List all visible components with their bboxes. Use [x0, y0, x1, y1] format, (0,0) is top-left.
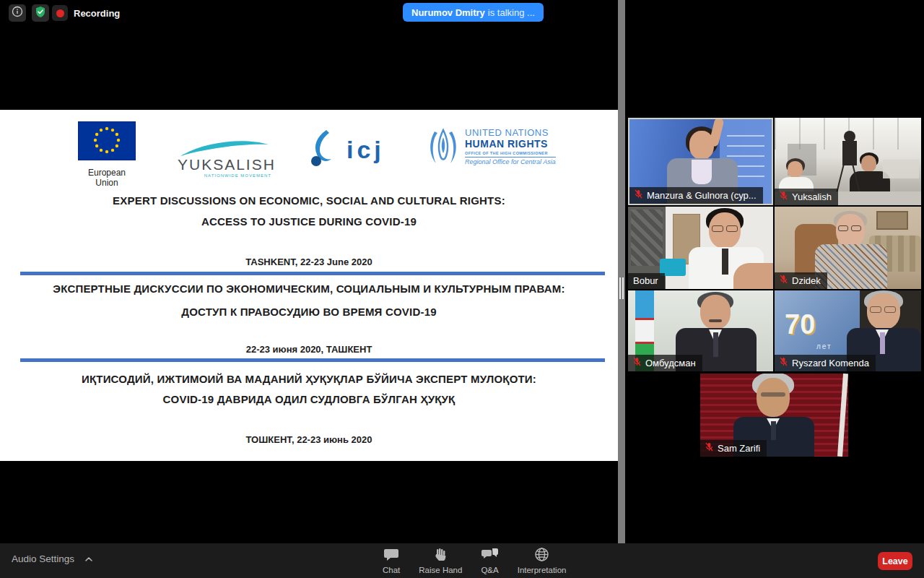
- leave-button[interactable]: Leave: [878, 552, 912, 570]
- horizontal-rule-1: [20, 272, 605, 275]
- arm-toward-camera: [733, 263, 773, 289]
- encryption-shield-icon: [35, 6, 46, 21]
- video-tile-sam-zarifi[interactable]: Sam Zarifi: [700, 374, 848, 457]
- tie: [771, 421, 776, 440]
- logos-row: European Union YUKSALISH NATIONWIDE MOVE…: [0, 120, 618, 192]
- wall-picture: [876, 211, 908, 230]
- video-tile-manzura-gulnora[interactable]: Manzura & Gulnora (сур...: [628, 118, 773, 205]
- mustache: [709, 319, 722, 322]
- muted-mic-icon: [635, 189, 642, 201]
- interpretation-button[interactable]: Interpretation: [512, 545, 572, 576]
- chat-label: Chat: [383, 566, 400, 574]
- divider-grip-icon: [622, 277, 624, 299]
- banner-board: [883, 160, 919, 178]
- shared-screen-document: European Union YUKSALISH NATIONWIDE MOVE…: [0, 110, 618, 461]
- tie: [880, 332, 885, 354]
- participant-name-tag: Sam Zarifi: [700, 440, 767, 457]
- chevron-up-icon: [84, 553, 93, 564]
- recording-label: Recording: [74, 8, 120, 19]
- tie: [722, 249, 728, 275]
- glasses: [712, 225, 723, 232]
- muted-mic-icon: [705, 442, 713, 454]
- muted-mic-icon: [780, 275, 788, 286]
- window-frame: [837, 374, 848, 457]
- raise-hand-button[interactable]: Raise Hand: [413, 545, 468, 576]
- qa-icon: [481, 548, 499, 564]
- date-ru: 22-23 июня 2020, ТАШКЕНТ: [0, 344, 618, 355]
- meeting-info-button[interactable]: [9, 4, 26, 22]
- security-shield-button[interactable]: [32, 4, 49, 22]
- title-en-line1: EXPERT DISCUSSIONS ON ECONOMIC, SOCIAL A…: [0, 194, 618, 207]
- participant-name-tag: Dzidek: [775, 272, 827, 289]
- raise-hand-icon: [433, 548, 448, 564]
- un-human-rights-logo: UNITED NATIONS HUMAN RIGHTS OFFICE OF TH…: [427, 127, 556, 172]
- participant-name-tag: Yuksalish: [775, 189, 838, 205]
- eu-logo-caption: European Union: [78, 168, 136, 188]
- poster-70-text: 70: [785, 309, 815, 340]
- muted-mic-icon: [633, 357, 641, 368]
- interpretation-globe-icon: [534, 547, 549, 564]
- participant-name-tag: Manzura & Gulnora (сур...: [629, 187, 763, 204]
- title-ru-line1: ЭКСПЕРТНЫЕ ДИСКУССИИ ПО ЭКОНОМИЧЕСКИМ, С…: [0, 282, 618, 295]
- video-tile-yuksalish[interactable]: Yuksalish: [775, 118, 921, 205]
- icj-flame-icon: [309, 129, 339, 171]
- participant-name-tag: Ryszard Komenda: [775, 355, 876, 371]
- un-line3: OFFICE OF THE HIGH COMMISSIONER: [465, 151, 556, 155]
- eu-flag-icon: [78, 150, 136, 163]
- brows: [761, 392, 785, 397]
- un-line2: HUMAN RIGHTS: [465, 138, 556, 150]
- horizontal-rule-2: [20, 358, 605, 362]
- recording-pause-chip[interactable]: [52, 5, 68, 21]
- muted-mic-icon: [780, 357, 788, 368]
- qa-button[interactable]: Q&A: [475, 545, 504, 576]
- qa-label: Q&A: [481, 566, 498, 574]
- blouse: [692, 160, 712, 184]
- title-uz-line1: ИҚТИСОДИЙ, ИЖТИМОИЙ ВА МАДАНИЙ ҲУҚУҚЛАР …: [0, 373, 618, 385]
- un-emblem-icon: [427, 127, 459, 172]
- eu-logo: European Union: [78, 121, 136, 188]
- chat-icon: [383, 548, 399, 564]
- yuksalish-title: YUKSALISH: [178, 156, 271, 173]
- video-tile-bobur[interactable]: Bobur: [628, 207, 773, 289]
- acoustic-wall: [631, 210, 663, 266]
- un-line4: Regional Office for Central Asia: [465, 157, 556, 165]
- yuksalish-subtitle: NATIONWIDE MOVEMENT: [178, 173, 271, 178]
- date-uz: ТОШКЕНТ, 22-23 июнь 2020: [0, 434, 618, 445]
- muted-mic-icon: [780, 191, 788, 202]
- icj-logo: icj: [309, 129, 385, 171]
- divider-grip-icon: [619, 277, 621, 299]
- interpretation-label: Interpretation: [518, 566, 567, 574]
- panel-resize-divider[interactable]: [618, 0, 625, 543]
- yuksalish-logo: YUKSALISH NATIONWIDE MOVEMENT: [178, 139, 271, 178]
- active-speaker-name: Nurumov Dmitry: [411, 7, 485, 18]
- recording-indicator: Recording: [52, 4, 120, 22]
- poster-let-text: лет: [816, 342, 832, 350]
- active-speaker-suffix: is talking ...: [488, 7, 535, 18]
- meeting-toolbar: Audio Settings Chat Raise Hand Q&A: [0, 543, 924, 578]
- audio-settings-button[interactable]: Audio Settings: [12, 553, 93, 564]
- audio-settings-label: Audio Settings: [12, 553, 74, 564]
- title-en-line2: ACCESS TO JUSTICE DURING COVID-19: [0, 215, 618, 228]
- active-speaker-banner: Nurumov Dmitry is talking ...: [403, 3, 544, 22]
- video-tile-dzidek[interactable]: Dzidek: [775, 207, 921, 289]
- title-uz-line2: COVID-19 ДАВРИДА ОДИЛ СУДЛОВГА БЎЛГАН ҲУ…: [0, 393, 618, 405]
- icj-wordmark: icj: [346, 136, 385, 164]
- tie: [713, 332, 718, 357]
- date-en: TASHKENT, 22-23 June 2020: [0, 256, 618, 267]
- title-ru-line2: ДОСТУП К ПРАВОСУДИЮ ВО ВРЕМЯ COVID-19: [0, 306, 618, 318]
- glasses: [838, 225, 848, 231]
- chat-button[interactable]: Chat: [377, 545, 406, 576]
- info-icon: [12, 6, 23, 20]
- raise-hand-label: Raise Hand: [419, 566, 462, 574]
- glasses: [870, 306, 881, 313]
- un-line1: UNITED NATIONS: [465, 127, 556, 138]
- video-tile-ryszard-komenda[interactable]: 70 лет Ryszard Komenda: [775, 290, 921, 371]
- participant-name-tag: Bobur: [628, 273, 665, 289]
- recording-dot-icon: [56, 9, 64, 17]
- participant-name-tag: Омбудсман: [628, 355, 702, 371]
- video-tile-ombudsman[interactable]: Омбудсман: [628, 290, 773, 371]
